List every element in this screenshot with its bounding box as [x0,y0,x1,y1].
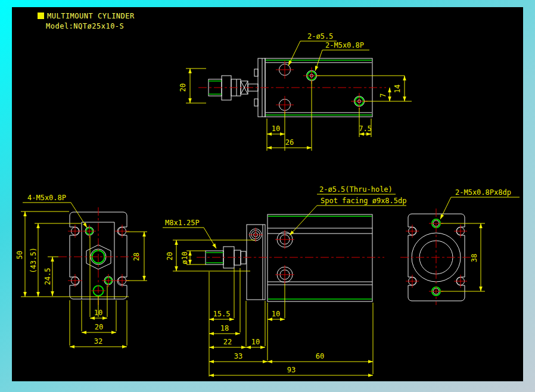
dim-body-length: 60 [316,352,324,360]
title-bullet-square [38,13,44,19]
drawing-canvas: MULTIMOUNT CYLINDER Model:NQTø25x10-S [12,7,523,381]
drawing-model: Model:NQTø25x10-S [46,22,124,30]
label-holes-5-5: 2-ø5.5 [307,32,333,41]
dim-rod-width: 20 [179,83,187,92]
label-thread-holes-4m5: 4-M5x0.8P [27,194,66,202]
top-view-dimensions: 20 2-ø5.5 2-M5x0.8P 7 14 10 26 7.5 [179,32,412,151]
label-thread-holes-m5: 2-M5x0.8P [325,41,364,49]
dim-edge-offset: 7.5 [359,125,372,133]
cad-window-frame: MULTIMOUNT CYLINDER Model:NQTø25x10-S [0,0,535,392]
dim-ref-height: (43.5) [29,247,38,273]
dim-center-offset: 7 [379,93,387,97]
dim-total-length: 93 [287,366,296,374]
dim-hole-span-h: 10 [94,309,102,317]
label-rod-thread: M8x1.25P [165,219,200,227]
cad-drawing: MULTIMOUNT CYLINDER Model:NQTø25x10-S [12,7,523,381]
dim-hole-span: 26 [285,138,294,147]
side-view-geometry [206,214,372,301]
front-view: 4-M5x0.8P 50 (43.5) 24.5 28 10 [15,194,147,347]
dim-18: 18 [220,324,229,332]
dim-height: 50 [15,251,24,259]
dim-plate-thickness: 10 [251,338,260,346]
top-view: 20 2-ø5.5 2-M5x0.8P 7 14 10 26 7.5 [179,32,412,151]
side-view-centerlines [197,228,384,284]
dim-22: 22 [223,338,232,346]
dim-rod-length: 15.5 [213,310,231,318]
drawing-title: MULTIMOUNT CYLINDER [47,12,135,20]
end-view-centerlines [400,209,472,305]
label-thread-holes-end: 2-M5x0.8Px8dp [455,188,511,197]
end-view: 2-M5x0.8Px8dp 38 [400,188,520,305]
dim-hole-spacing: 14 [393,85,402,93]
dim-hole-span-v: 28 [132,253,141,261]
dim-body-width: 20 [95,323,103,331]
dim-width: 32 [94,337,102,346]
dim-hole-span-end: 38 [470,254,478,262]
label-thru-hole-line1: 2-ø5.5(Thru-hole) [319,185,393,194]
dim-33: 33 [234,352,242,360]
dim-plate-height: 20 [166,252,174,260]
dim-hole-offset: 10 [272,125,280,133]
label-thru-hole-line2: Spot facing ø9x8.5dp [321,197,407,205]
cylinder-body [268,214,372,301]
title-block: MULTIMOUNT CYLINDER Model:NQTø25x10-S [38,12,135,30]
dim-rod-diameter: ø10 [181,251,189,265]
side-view: 2-ø5.5(Thru-hole) Spot facing ø9x8.5dp M… [163,185,407,377]
dim-port-offset: 24.5 [43,268,52,285]
dim-hole-offset: 10 [272,310,280,318]
